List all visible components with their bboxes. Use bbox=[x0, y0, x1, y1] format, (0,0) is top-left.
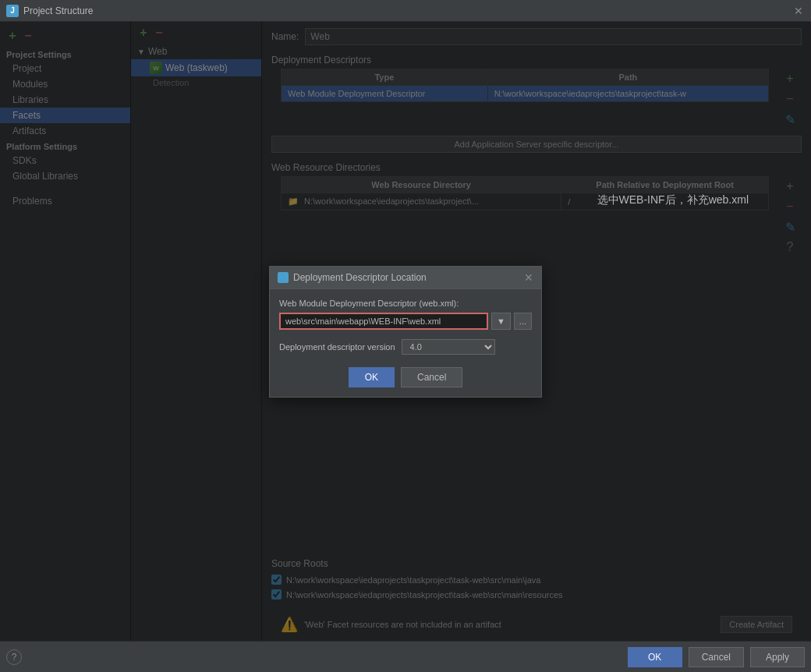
modal-cancel-button[interactable]: Cancel bbox=[401, 367, 462, 387]
modal-title-bar: Deployment Descriptor Location ✕ bbox=[270, 267, 541, 289]
modal-path-input[interactable] bbox=[279, 313, 488, 330]
help-button[interactable]: ? bbox=[6, 649, 22, 665]
modal-overlay: Deployment Descriptor Location ✕ Web Mod… bbox=[0, 22, 811, 641]
ok-button[interactable]: OK bbox=[628, 647, 682, 667]
chinese-note: 选中WEB-INF后，补充web.xml bbox=[597, 193, 749, 207]
modal-version-select[interactable]: 4.0 bbox=[402, 339, 495, 355]
app-icon: J bbox=[6, 5, 19, 17]
modal-version-row: Deployment descriptor version 4.0 bbox=[279, 339, 532, 355]
modal-body: Web Module Deployment Descriptor (web.xm… bbox=[270, 289, 541, 397]
window-title: Project Structure bbox=[23, 5, 93, 16]
modal-close-button[interactable]: ✕ bbox=[524, 271, 533, 284]
modal-ok-button[interactable]: OK bbox=[349, 367, 395, 387]
modal-dropdown-button[interactable]: ▼ bbox=[491, 313, 511, 330]
bottom-right: OK Cancel Apply bbox=[628, 647, 805, 667]
modal-version-label: Deployment descriptor version bbox=[279, 342, 395, 352]
title-bar: J Project Structure ✕ bbox=[0, 0, 811, 22]
modal-title: Deployment Descriptor Location bbox=[293, 272, 524, 283]
modal-icon bbox=[278, 272, 289, 283]
modal-actions: OK Cancel bbox=[279, 364, 532, 387]
bottom-bar: ? OK Cancel Apply bbox=[0, 641, 811, 672]
modal-input-row: ▼ ... bbox=[279, 313, 532, 330]
deployment-descriptor-modal: Deployment Descriptor Location ✕ Web Mod… bbox=[269, 266, 542, 398]
modal-field-label: Web Module Deployment Descriptor (web.xm… bbox=[279, 299, 532, 308]
cancel-button[interactable]: Cancel bbox=[689, 647, 744, 667]
modal-browse-button[interactable]: ... bbox=[514, 313, 532, 330]
apply-button[interactable]: Apply bbox=[750, 647, 805, 667]
bottom-left: ? bbox=[6, 649, 22, 665]
window-close-button[interactable]: ✕ bbox=[792, 5, 805, 17]
